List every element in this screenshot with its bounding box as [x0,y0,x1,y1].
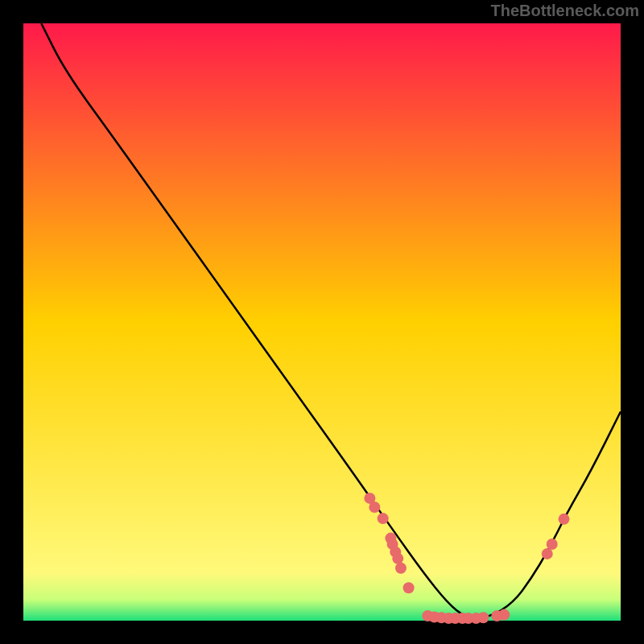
scatter-point [403,582,415,593]
bottleneck-chart [0,0,644,644]
scatter-point [498,609,510,621]
plot-background [23,23,621,621]
scatter-point [542,548,553,559]
watermark-text: TheBottleneck.com [491,2,639,20]
scatter-point [392,553,403,564]
scatter-point [477,612,489,623]
chart-container: TheBottleneck.com [0,0,644,644]
scatter-point [378,513,389,524]
scatter-point [559,514,570,525]
scatter-point [547,539,558,550]
scatter-point [395,563,407,574]
scatter-point [369,502,380,513]
